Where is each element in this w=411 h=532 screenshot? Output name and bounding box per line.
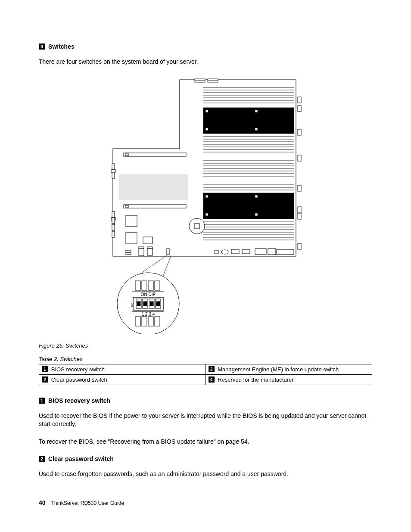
svg-rect-92 [148,281,153,290]
svg-rect-74 [139,247,144,249]
svg-rect-70 [119,174,188,200]
svg-rect-83 [242,249,250,254]
svg-rect-2 [298,129,301,135]
page-footer: 40 ThinkServer RD530 User Guide [39,499,124,506]
heading-text: Switches [48,43,75,50]
svg-rect-90 [135,281,140,290]
callout-badge: 2 [42,376,48,383]
svg-rect-56 [124,205,186,208]
svg-rect-6 [298,213,301,219]
callout-badge: 1 [42,366,48,372]
svg-rect-72 [126,253,131,255]
svg-rect-91 [142,281,147,290]
svg-rect-98 [137,302,140,306]
svg-rect-108 [148,317,153,326]
callout-badge: 3 [39,44,45,50]
svg-point-81 [221,250,228,254]
svg-rect-3 [298,155,301,161]
motherboard-diagram: ON DIP XQ 1 2 3 4 [106,75,305,334]
svg-rect-60 [112,172,115,178]
document-page: 3 Switches There are four switches on th… [0,0,411,532]
svg-rect-58 [112,164,115,170]
figure-title: Switches [65,342,88,349]
intro-paragraph: There are four switches on the system bo… [39,58,372,66]
svg-text:XQ: XQ [131,302,134,307]
cell-text: Management Engine (ME) in force update s… [218,366,339,373]
svg-rect-59 [111,170,115,172]
svg-rect-54 [124,153,186,156]
doc-title: ThinkServer RD530 User Guide [51,500,124,506]
svg-rect-41 [203,193,294,219]
svg-rect-107 [142,317,147,326]
svg-rect-79 [194,224,199,229]
heading-text: BIOS recovery switch [48,397,110,404]
svg-rect-71 [126,250,131,252]
svg-rect-75 [147,249,153,255]
figure-caption: Figure 25. Switches [39,342,372,349]
svg-rect-69 [143,237,153,244]
svg-rect-109 [155,317,160,326]
svg-rect-20 [206,110,208,112]
heading-bios-recovery: 1 BIOS recovery switch [39,397,372,404]
callout-badge: 4 [209,376,215,383]
svg-rect-76 [147,247,153,249]
figure-number: Figure 25. [39,342,64,349]
svg-rect-4 [298,185,301,191]
svg-rect-82 [231,249,239,254]
svg-rect-67 [126,215,137,227]
figure-wrap: ON DIP XQ 1 2 3 4 [39,75,372,334]
svg-rect-66 [112,231,115,237]
svg-rect-5 [298,207,301,213]
table-row: 2 Clear password switch 4 Reserved for t… [39,374,372,385]
heading-text: Clear password switch [48,455,114,462]
svg-line-88 [162,255,171,278]
svg-rect-93 [155,281,160,290]
paragraph: Used to erase forgotten passwords, such … [39,470,372,478]
dip-nums: 1 2 3 4 [142,312,155,317]
svg-rect-21 [206,128,208,131]
page-number: 40 [39,499,46,506]
svg-rect-73 [139,249,144,255]
callout-badge: 3 [209,366,215,372]
svg-rect-100 [143,302,147,306]
paragraph: Used to recover the BIOS if the power to… [39,412,372,428]
svg-rect-7 [298,243,301,249]
svg-rect-19 [203,108,294,134]
svg-rect-44 [206,213,208,216]
svg-rect-80 [214,250,218,253]
heading-clear-password: 2 Clear password switch [39,455,372,462]
table-title: Switches [60,356,82,362]
switches-table: 1 BIOS recovery switch 3 Management Engi… [39,364,372,385]
paragraph: To recover the BIOS, see "Recovering fro… [39,438,372,446]
svg-rect-84 [255,249,266,255]
svg-rect-68 [126,233,137,244]
svg-rect-65 [112,224,115,230]
svg-rect-86 [277,249,294,255]
svg-rect-23 [255,128,258,131]
heading-switches: 3 Switches [39,43,372,50]
dip-label-top: ON DIP [141,292,156,297]
cell-text: Clear password switch [51,376,107,383]
svg-rect-1 [298,106,301,112]
callout-badge: 1 [39,398,45,404]
table-cell: 1 BIOS recovery switch [39,364,206,374]
svg-rect-43 [255,195,258,198]
svg-rect-61 [112,212,115,218]
table-cell: 4 Reserved for the manufacturer [206,374,372,385]
callout-badge: 2 [39,456,45,462]
table-cell: 3 Management Engine (ME) in force update… [206,364,372,374]
svg-rect-42 [206,195,208,198]
table-row: 1 BIOS recovery switch 3 Management Engi… [39,364,372,374]
svg-rect-22 [255,110,258,112]
svg-rect-106 [135,317,140,326]
table-number: Table 2. [39,356,59,362]
svg-rect-45 [255,213,258,216]
cell-text: Reserved for the manufacturer [218,376,293,383]
svg-rect-85 [268,249,276,255]
svg-rect-104 [156,302,160,306]
table-caption: Table 2. Switches [39,356,372,362]
svg-rect-77 [167,249,169,255]
svg-rect-57 [125,205,129,207]
cell-text: BIOS recovery switch [51,366,105,373]
svg-rect-55 [125,154,129,156]
